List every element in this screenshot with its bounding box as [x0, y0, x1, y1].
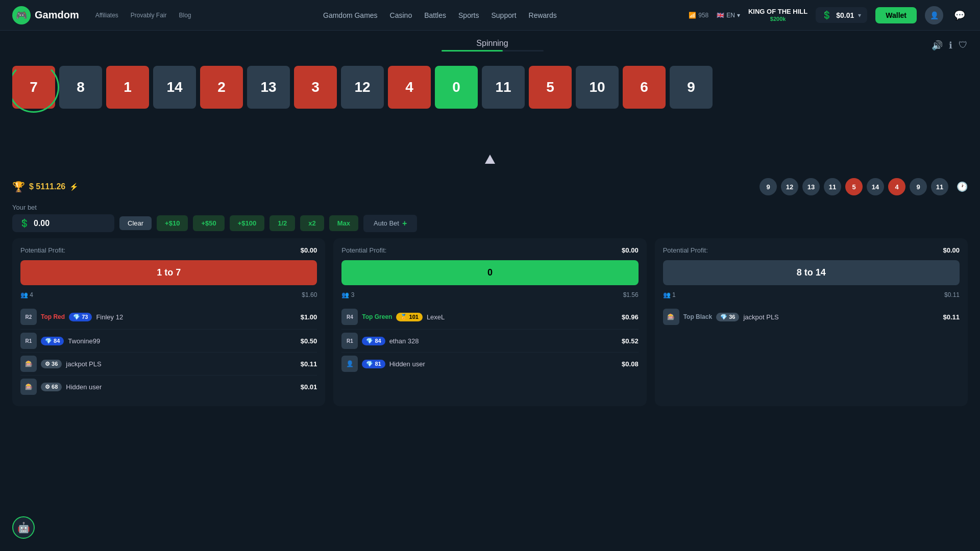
bet-label: Your bet: [12, 204, 968, 211]
player-avatar-red-2: 🎰: [20, 379, 37, 395]
player-bet-green-1: $0.08: [622, 360, 639, 368]
balance-widget[interactable]: 💲 $0.01 ▾: [816, 7, 867, 23]
roulette-marker: [485, 155, 495, 164]
add-50-button[interactable]: +$50: [193, 215, 224, 231]
nav-casino[interactable]: Casino: [390, 9, 412, 21]
potential-profit-label-black: Potential Profit:: [663, 246, 708, 254]
top-player-black: 🎰Top Black💎 36jackpot PLS$0.11: [663, 305, 960, 329]
user-count-red: 👥 4: [20, 291, 33, 298]
bet-area: Your bet 💲 0.00 Clear +$10 +$50 +$100 1/…: [0, 199, 980, 238]
trophy-icon: 🏆: [12, 181, 25, 193]
roulette-cells: 78114213312401151069: [12, 56, 968, 119]
betting-panels: Potential Profit:$0.001 to 7👥 4$1.60R2To…: [0, 238, 980, 418]
header-right: 📶 958 🇬🇧 EN ▾ KING OF THE HILL $200k 💲 $…: [689, 6, 968, 24]
live-count: 📶 958: [689, 12, 708, 19]
balance-amount: $0.01: [836, 11, 854, 19]
bet-input[interactable]: 💲 0.00: [12, 214, 114, 232]
balance-dropdown-icon: ▾: [858, 12, 861, 19]
roulette-cell-0: 7: [12, 66, 55, 109]
nav-sports[interactable]: Sports: [458, 9, 479, 21]
roulette-cell-1: 8: [59, 66, 102, 109]
half-button[interactable]: 1/2: [270, 215, 295, 231]
player-name-red-2: Hidden user: [66, 383, 296, 391]
nav-support[interactable]: Support: [491, 9, 516, 21]
player-bet-red-1: $0.11: [301, 360, 317, 368]
top-player-bet-red: $1.00: [301, 313, 317, 321]
logo[interactable]: 🎮 Gamdom: [12, 6, 79, 24]
chat-icon[interactable]: 💬: [951, 7, 968, 23]
shield-icon[interactable]: 🛡: [959, 40, 968, 51]
bet-button-black[interactable]: 8 to 14: [663, 260, 960, 285]
total-bet-red: $1.60: [302, 291, 317, 298]
top-badge-green: 🏅 101: [396, 313, 422, 321]
nav-gamdom-games[interactable]: Gamdom Games: [323, 9, 378, 21]
language-selector[interactable]: 🇬🇧 EN ▾: [717, 12, 740, 19]
info-icon[interactable]: ℹ: [949, 40, 952, 51]
roulette-area: Spinning 🔊 ℹ 🛡 78114213312401151069: [0, 31, 980, 174]
player-row-red-2: 🎰⚙ 68Hidden user$0.01: [20, 375, 317, 398]
chevron-down-icon: ▾: [737, 12, 740, 19]
roulette-cell-14: 9: [670, 66, 713, 109]
nav-affiliates[interactable]: Affiliates: [95, 12, 118, 19]
bet-currency-icon: 💲: [19, 218, 30, 228]
roulette-cell-9: 0: [435, 66, 478, 109]
panel-black: Potential Profit:$0.008 to 14👥 1$0.11🎰To…: [655, 238, 968, 406]
result-pill-8[interactable]: 11: [931, 178, 948, 195]
auto-bet-button[interactable]: Auto Bet +: [363, 215, 417, 232]
volume-icon[interactable]: 🔊: [932, 40, 943, 51]
result-pill-3[interactable]: 11: [824, 178, 841, 195]
roulette-cell-6: 3: [294, 66, 337, 109]
avatar[interactable]: 👤: [925, 6, 943, 24]
top-player-avatar-red: R2: [20, 309, 37, 325]
player-row-green-0: R1💎 84ethan 328$0.52: [341, 329, 638, 352]
auto-bet-plus-icon: +: [402, 219, 407, 228]
wallet-button[interactable]: Wallet: [875, 7, 917, 23]
player-name-green-0: ethan 328: [389, 337, 618, 345]
top-player-name-red: Finley 12: [96, 313, 296, 321]
history-icon[interactable]: 🕐: [957, 181, 968, 192]
double-button[interactable]: x2: [300, 215, 324, 231]
spinning-label: Spinning: [53, 39, 932, 52]
add-10-button[interactable]: +$10: [157, 215, 188, 231]
potential-profit-value-green: $0.00: [622, 246, 639, 254]
chatbot-icon: 🤖: [17, 521, 30, 534]
last-results: 91213115144911🕐: [760, 178, 968, 195]
roulette-track: 78114213312401151069: [12, 56, 968, 168]
result-pill-0[interactable]: 9: [760, 178, 777, 195]
result-pill-6[interactable]: 4: [888, 178, 905, 195]
result-pill-1[interactable]: 12: [781, 178, 798, 195]
promo-banner[interactable]: KING OF THE HILL $200k: [748, 8, 807, 22]
jackpot-bar: 🏆 $ 5111.26 ⚡ 91213115144911🕐: [0, 174, 980, 199]
logo-text: Gamdom: [35, 9, 79, 21]
bet-button-green[interactable]: 0: [341, 260, 638, 285]
player-badge-red-2: ⚙ 68: [41, 383, 62, 391]
top-player-bet-black: $0.11: [943, 313, 960, 321]
max-button[interactable]: Max: [329, 215, 358, 231]
panel-stats-green: 👥 3$1.56: [341, 291, 638, 298]
add-100-button[interactable]: +$100: [230, 215, 265, 231]
top-player-green: R4Top Green🏅 101LexeL$0.96: [341, 305, 638, 329]
auto-bet-label: Auto Bet: [374, 219, 399, 227]
panel-green: Potential Profit:$0.000👥 3$1.56R4Top Gre…: [333, 238, 646, 406]
clear-button[interactable]: Clear: [119, 216, 152, 230]
result-pill-7[interactable]: 9: [910, 178, 927, 195]
live-icon: 📶: [689, 12, 696, 19]
live-count-value: 958: [698, 12, 708, 19]
nav-battles[interactable]: Battles: [424, 9, 446, 21]
nav-rewards[interactable]: Rewards: [529, 9, 557, 21]
roulette-cell-8: 4: [388, 66, 431, 109]
roulette-cell-7: 12: [341, 66, 384, 109]
nav-blog[interactable]: Blog: [179, 12, 191, 19]
nav-provably-fair[interactable]: Provably Fair: [131, 12, 167, 19]
top-player-name-green: LexeL: [427, 313, 618, 321]
result-pill-4[interactable]: 5: [845, 178, 863, 195]
header-left: 🎮 Gamdom Affiliates Provably Fair Blog: [12, 6, 191, 24]
chatbot-button[interactable]: 🤖: [12, 516, 35, 539]
player-bet-red-2: $0.01: [301, 383, 317, 391]
player-name-red-1: jackpot PLS: [66, 360, 296, 368]
bet-button-red[interactable]: 1 to 7: [20, 260, 317, 285]
user-count-black: 👥 1: [663, 291, 676, 298]
result-pill-5[interactable]: 14: [867, 178, 884, 195]
top-badge-black: 💎 36: [716, 313, 739, 321]
result-pill-2[interactable]: 13: [802, 178, 820, 195]
